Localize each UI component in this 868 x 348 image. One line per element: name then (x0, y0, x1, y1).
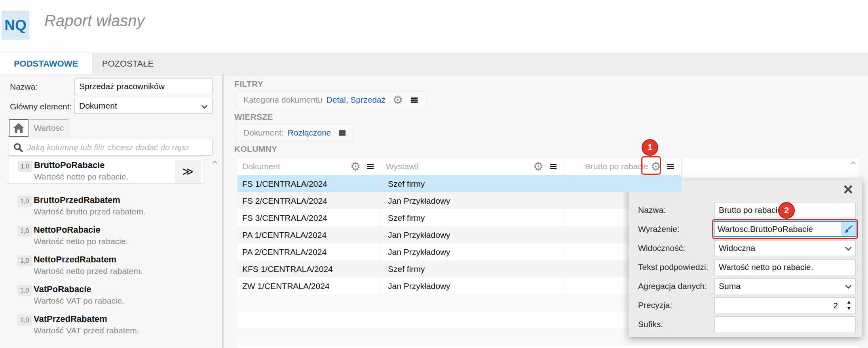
list-item-vatprzedrabatem[interactable]: 1,0 VatPrzedRabatem Wartość VAT przed ra… (9, 311, 203, 338)
menu-icon[interactable] (339, 130, 346, 136)
app-logo: NQ (2, 11, 29, 40)
column-header-brutto-po-rabacie[interactable]: Brutto po rabacie ⚙ (564, 158, 682, 175)
field-type-badge: 1,0 (17, 285, 32, 296)
column-header-dokument[interactable]: Dokument ⚙ (237, 158, 381, 175)
list-item-vatporabacie[interactable]: 1,0 VatPoRabacie Wartość VAT po rabacie. (9, 281, 203, 308)
row-grouping-link[interactable]: Rozłączone (288, 128, 331, 138)
table-row[interactable]: ZW 1/CENTRALA/2024 Jan Przykładowy (237, 277, 682, 294)
breadcrumb-wartosc-button[interactable]: Wartosc (30, 119, 68, 136)
tooltip-text-input[interactable]: Wartość netto po rabacie. (714, 259, 856, 275)
expression-editor-button[interactable] (841, 222, 856, 236)
chevron-down-icon (845, 283, 852, 289)
main-element-label: Główny element: (10, 102, 72, 111)
home-icon (13, 122, 25, 134)
field-type-badge: 1,0 (17, 255, 32, 266)
table-header-row: Dokument ⚙ Wystawil ⚙ Brutto po rabacie … (237, 158, 859, 175)
table-row[interactable]: FS 1/CENTRALA/2024 Szef firmy (237, 175, 682, 192)
step-2-badge: 2 (778, 202, 795, 219)
field-type-badge: 1,0 (17, 315, 32, 326)
row-grouping-chip[interactable]: Dokument: Rozłączone (236, 124, 353, 141)
field-type-badge: 1,0 (18, 161, 32, 172)
search-icon (13, 142, 23, 153)
popup-row-precision: Precyzja: 2 ▲▼ (629, 297, 862, 313)
step-2-highlight-box: Wartosc.BruttoPoRabacie (712, 219, 858, 239)
menu-icon[interactable] (367, 164, 374, 169)
field-type-badge: 1,0 (17, 226, 32, 237)
gear-icon[interactable]: ⚙ (533, 161, 543, 172)
filter-values-link[interactable]: Detal, Sprzedaż (327, 95, 386, 105)
tab-strip: PODSTAWOWE POZOSTAŁE (0, 53, 868, 74)
list-item-nettoporabacie[interactable]: 1,0 NettoPoRabacie Wartość netto po raba… (9, 222, 203, 249)
popup-row-tooltip: Tekst podpowiedzi: Wartość netto po raba… (629, 259, 862, 275)
menu-icon[interactable] (411, 98, 418, 103)
popup-row-expression: Wyrażenie: Wartosc.BruttoPoRabacie (629, 221, 862, 237)
main-element-select[interactable]: Dokument (74, 98, 213, 114)
table-row[interactable]: KFS 1/CENTRALA/2024 Szef firmy (237, 260, 682, 277)
step-1-highlight-box (641, 156, 661, 175)
report-designer-window: NQ Raport własny PODSTAWOWE POZOSTAŁE Na… (0, 0, 868, 348)
close-icon[interactable]: × (843, 181, 853, 198)
spin-down-icon[interactable]: ▼ (846, 305, 851, 312)
table-row[interactable]: PA 2/CENTRALA/2024 Jan Przykładowy (237, 243, 682, 260)
aggregation-select[interactable]: Suma (714, 278, 856, 294)
expression-input[interactable]: Wartosc.BruttoPoRabacie (714, 221, 857, 237)
section-rows: WIERSZE (234, 112, 273, 122)
spin-up-icon[interactable]: ▲ (846, 299, 851, 305)
menu-icon[interactable] (550, 164, 557, 169)
list-item-bruttoprzedrabatem[interactable]: 1,0 BruttoPrzedRabatem Wartość brutto pr… (9, 192, 203, 219)
table-row[interactable]: FS 3/CENTRALA/2024 Szef firmy (237, 209, 682, 226)
popup-row-suffix: Sufiks: (629, 316, 862, 332)
tab-pozostale[interactable]: POZOSTAŁE (92, 53, 163, 75)
home-button[interactable] (9, 119, 28, 137)
popup-row-name: Nazwa: Brutto po rabacie (629, 202, 862, 218)
chevron-down-icon (201, 103, 208, 109)
suffix-input[interactable] (714, 316, 856, 332)
column-header-wystawil[interactable]: Wystawil ⚙ (381, 158, 564, 175)
name-label: Nazwa: (10, 82, 38, 92)
popup-row-visibility: Widoczność: Widoczna (629, 240, 862, 256)
app-header: NQ Raport własny (0, 0, 868, 53)
list-item-nettoprzedrabatem[interactable]: 1,0 NettoPrzedRabatem Wartość netto prze… (9, 251, 203, 278)
available-fields-list: 1,0 BruttoPoRabacie Wartość netto po rab… (9, 157, 213, 348)
chevron-down-icon (845, 245, 852, 251)
visibility-select[interactable]: Widoczna (714, 240, 856, 256)
field-type-badge: 1,0 (17, 196, 32, 207)
report-name-input[interactable]: Sprzedaż pracowników (74, 78, 213, 94)
table-row[interactable]: FS 2/CENTRALA/2024 Jan Przykładowy (237, 192, 682, 209)
add-field-button[interactable]: ≫ (175, 160, 201, 183)
gear-icon[interactable]: ⚙ (393, 94, 403, 106)
list-item-bruttoporabacie[interactable]: 1,0 BruttoPoRabacie Wartość netto po rab… (9, 157, 203, 184)
field-search[interactable] (9, 139, 213, 156)
precision-stepper[interactable]: 2 ▲▼ (714, 297, 856, 313)
popup-row-aggregation: Agregacja danych: Suma (629, 278, 862, 294)
tab-podstawowe[interactable]: PODSTAWOWE (0, 53, 92, 75)
spinner-arrows[interactable]: ▲▼ (846, 299, 851, 312)
section-columns: KOLUMNY (234, 144, 277, 154)
filter-chip[interactable]: Kategoria dokumentu Detal, Sprzedaż ⚙ (236, 92, 425, 108)
table-row[interactable]: PA 1/CENTRALA/2024 Jan Przykładowy (237, 226, 682, 243)
step-1-badge: 1 (642, 139, 658, 156)
menu-icon[interactable] (667, 164, 674, 169)
search-input[interactable] (27, 143, 208, 152)
section-filters: FILTRY (234, 79, 263, 89)
page-title: Raport własny (44, 12, 144, 30)
gear-icon[interactable]: ⚙ (350, 161, 361, 172)
brush-icon (843, 224, 853, 234)
column-properties-popup: × Nazwa: Brutto po rabacie Wyrażenie: Wa… (629, 180, 862, 337)
panel-divider (222, 74, 224, 348)
